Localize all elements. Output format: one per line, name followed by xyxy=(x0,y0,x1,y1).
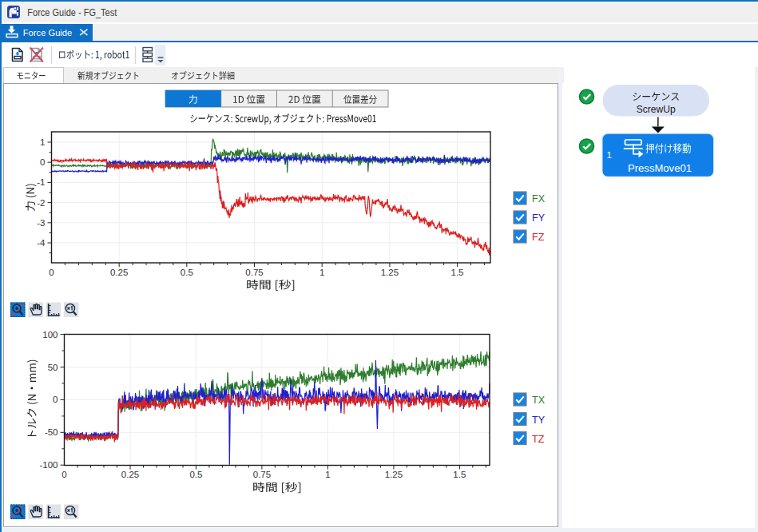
svg-text:1.5: 1.5 xyxy=(451,268,464,277)
svg-text:TX: TX xyxy=(532,395,546,406)
svg-text:1: 1 xyxy=(325,470,330,479)
svg-text:50: 50 xyxy=(48,363,58,372)
svg-text:Force Guide - FG_Test: Force Guide - FG_Test xyxy=(27,7,117,18)
svg-text:0.25: 0.25 xyxy=(110,268,128,277)
svg-text:TY: TY xyxy=(532,415,546,426)
svg-text:ScrewUp: ScrewUp xyxy=(637,104,676,115)
svg-text:1: 1 xyxy=(319,268,324,277)
svg-text:FY: FY xyxy=(532,212,546,224)
svg-text:-1: -1 xyxy=(37,177,45,187)
svg-text:1: 1 xyxy=(40,137,45,147)
svg-text:TZ: TZ xyxy=(532,434,545,445)
svg-text:FZ: FZ xyxy=(532,232,545,243)
svg-text:1.25: 1.25 xyxy=(381,268,399,277)
svg-text:0.5: 0.5 xyxy=(181,268,193,277)
svg-text:0.75: 0.75 xyxy=(245,268,263,277)
svg-text:1.25: 1.25 xyxy=(385,470,403,479)
svg-text:FX: FX xyxy=(532,193,546,204)
svg-text:0: 0 xyxy=(49,268,54,277)
svg-text:0.5: 0.5 xyxy=(189,470,202,479)
svg-text:0: 0 xyxy=(53,395,58,404)
svg-text:0.25: 0.25 xyxy=(121,470,139,479)
svg-text:-4: -4 xyxy=(37,238,46,248)
svg-text:-3: -3 xyxy=(37,218,45,228)
svg-text:-100: -100 xyxy=(39,460,58,470)
svg-text:-50: -50 xyxy=(45,427,58,437)
svg-text:-2: -2 xyxy=(37,198,45,208)
svg-text:1.5: 1.5 xyxy=(453,470,466,479)
svg-text:0: 0 xyxy=(62,470,66,479)
svg-text:100: 100 xyxy=(42,330,58,339)
svg-text:Force Guide: Force Guide xyxy=(23,27,73,38)
svg-text:1: 1 xyxy=(607,150,612,160)
svg-text:0: 0 xyxy=(40,157,45,167)
svg-text:PressMove01: PressMove01 xyxy=(628,163,692,174)
svg-text:0.75: 0.75 xyxy=(253,470,271,479)
